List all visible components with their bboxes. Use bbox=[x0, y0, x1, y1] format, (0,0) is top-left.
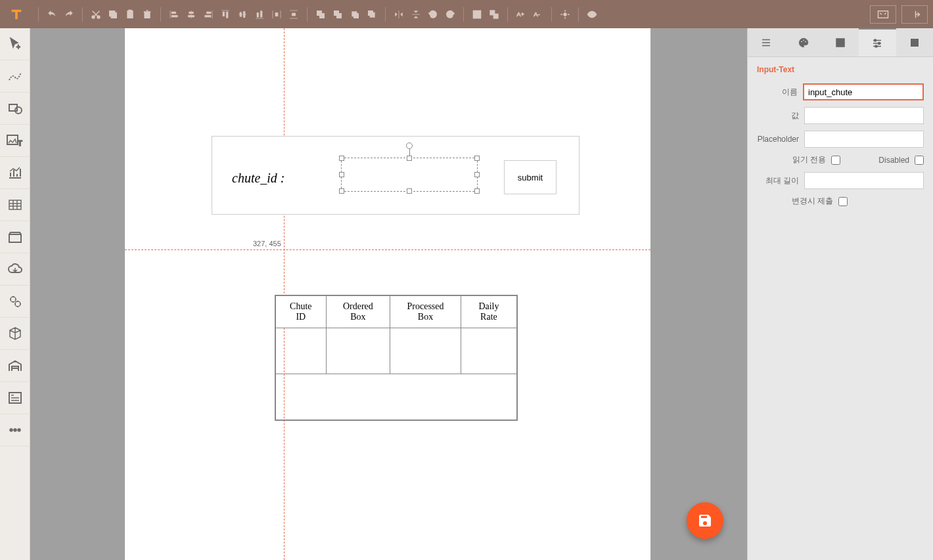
cut-icon[interactable] bbox=[88, 7, 104, 22]
send-back-icon[interactable] bbox=[330, 7, 346, 22]
table-header: Daily Rate bbox=[461, 295, 517, 328]
table-row bbox=[275, 328, 517, 374]
resize-handle-s[interactable] bbox=[407, 188, 412, 194]
cloud-tool-icon[interactable] bbox=[0, 253, 30, 286]
resize-handle-n[interactable] bbox=[407, 156, 412, 161]
align-left-icon[interactable] bbox=[166, 7, 182, 22]
panel-content: Input-Text 이름 값 Placeholder 읽기 전용 Disabl… bbox=[748, 57, 933, 221]
gears-tool-icon[interactable] bbox=[0, 286, 30, 318]
line-tool-icon[interactable] bbox=[0, 60, 30, 93]
chart-tool-icon[interactable] bbox=[0, 157, 30, 189]
svg-point-41 bbox=[878, 42, 880, 44]
prop-check-readonly[interactable] bbox=[831, 156, 840, 165]
paste-icon[interactable] bbox=[122, 7, 138, 22]
rotate-left-icon[interactable] bbox=[425, 7, 441, 22]
form-tool-icon[interactable] bbox=[0, 382, 30, 414]
prop-check-disabled[interactable] bbox=[915, 156, 924, 165]
flip-v-icon[interactable] bbox=[408, 7, 424, 22]
undo-icon[interactable] bbox=[44, 7, 60, 22]
selected-element[interactable] bbox=[341, 158, 478, 192]
bring-front-icon[interactable] bbox=[313, 7, 329, 22]
prop-input-placeholder[interactable] bbox=[804, 131, 924, 148]
resize-handle-w[interactable] bbox=[339, 172, 344, 177]
save-fab[interactable] bbox=[687, 502, 723, 539]
tab-settings-icon[interactable] bbox=[859, 28, 896, 56]
prop-check-submit-on-change[interactable] bbox=[838, 197, 848, 206]
submit-button[interactable]: submit bbox=[504, 160, 557, 194]
shape-tool-icon[interactable] bbox=[0, 93, 30, 125]
tab-target-icon[interactable] bbox=[896, 28, 933, 56]
more-tool-icon[interactable] bbox=[0, 414, 30, 446]
svg-point-44 bbox=[913, 41, 917, 44]
resize-handle-se[interactable] bbox=[474, 188, 480, 194]
top-toolbar: A+ A- bbox=[0, 0, 933, 28]
forward-icon[interactable] bbox=[347, 7, 363, 22]
fullscreen-icon[interactable] bbox=[870, 5, 896, 24]
canvas-workspace[interactable]: chute_id : submit 327, 455 Chute ID Orde… bbox=[30, 28, 747, 560]
svg-rect-15 bbox=[475, 12, 480, 16]
resize-handle-ne[interactable] bbox=[474, 156, 480, 161]
separator bbox=[507, 7, 508, 22]
backward-icon[interactable] bbox=[364, 7, 380, 22]
tab-effect-icon[interactable] bbox=[822, 28, 859, 56]
table-header: Processed Box bbox=[390, 295, 461, 328]
cube-tool-icon[interactable] bbox=[0, 318, 30, 350]
resize-handle-nw[interactable] bbox=[339, 156, 344, 161]
svg-text:A-: A- bbox=[534, 11, 539, 17]
left-sidebar: + T bbox=[0, 28, 30, 560]
rotation-handle[interactable] bbox=[406, 142, 413, 149]
svg-point-30 bbox=[11, 297, 16, 302]
svg-text:A+: A+ bbox=[516, 11, 524, 17]
align-middle-v-icon[interactable] bbox=[235, 7, 250, 22]
visibility-icon[interactable] bbox=[584, 7, 600, 22]
ungroup-icon[interactable] bbox=[486, 7, 502, 22]
align-center-h-icon[interactable] bbox=[183, 7, 199, 22]
warehouse-tool-icon[interactable] bbox=[0, 350, 30, 382]
resize-handle-e[interactable] bbox=[474, 172, 480, 177]
copy-icon[interactable] bbox=[105, 7, 121, 22]
align-bottom-icon[interactable] bbox=[252, 7, 267, 22]
svg-rect-22 bbox=[878, 11, 888, 18]
svg-point-35 bbox=[18, 429, 20, 431]
canvas-page[interactable]: chute_id : submit 327, 455 Chute ID Orde… bbox=[125, 28, 650, 560]
svg-point-36 bbox=[800, 41, 802, 42]
font-increase-icon[interactable]: A+ bbox=[513, 7, 529, 22]
container-tool-icon[interactable] bbox=[0, 221, 30, 253]
resize-handle-sw[interactable] bbox=[339, 188, 344, 194]
redo-icon[interactable] bbox=[61, 7, 77, 22]
prop-input-value[interactable] bbox=[804, 107, 924, 124]
prop-label-placeholder: Placeholder bbox=[757, 135, 804, 144]
svg-point-33 bbox=[10, 429, 12, 431]
separator bbox=[38, 7, 39, 22]
select-tool-icon[interactable]: + bbox=[0, 28, 30, 60]
prop-input-name[interactable] bbox=[803, 83, 924, 100]
font-decrease-icon[interactable]: A- bbox=[530, 7, 546, 22]
panel-tabs bbox=[748, 28, 933, 57]
svg-rect-13 bbox=[369, 11, 373, 15]
svg-point-34 bbox=[14, 429, 16, 431]
horizontal-guide bbox=[125, 249, 650, 250]
tab-style-icon[interactable] bbox=[785, 28, 821, 56]
align-right-icon[interactable] bbox=[200, 7, 216, 22]
table-tool-icon[interactable] bbox=[0, 189, 30, 221]
distribute-h-icon[interactable] bbox=[269, 7, 284, 22]
svg-text:+: + bbox=[16, 43, 20, 51]
svg-text:T: T bbox=[18, 139, 22, 147]
separator bbox=[463, 7, 464, 22]
tab-list-icon[interactable] bbox=[748, 28, 785, 56]
flip-h-icon[interactable] bbox=[391, 7, 407, 22]
image-text-tool-icon[interactable]: T bbox=[0, 125, 30, 157]
data-table[interactable]: Chute ID Ordered Box Processed Box Daily… bbox=[275, 295, 518, 421]
distribute-v-icon[interactable] bbox=[286, 7, 302, 22]
exit-icon[interactable] bbox=[901, 5, 928, 24]
delete-icon[interactable] bbox=[139, 7, 155, 22]
form-label: chute_id : bbox=[232, 171, 285, 186]
align-top-icon[interactable] bbox=[217, 7, 233, 22]
group-icon[interactable] bbox=[469, 7, 485, 22]
svg-rect-5 bbox=[129, 10, 131, 12]
prop-input-maxlength[interactable] bbox=[804, 172, 924, 189]
crosshair-icon[interactable] bbox=[557, 7, 573, 22]
rotate-right-icon[interactable] bbox=[442, 7, 458, 22]
svg-point-21 bbox=[591, 13, 593, 16]
table-header-row: Chute ID Ordered Box Processed Box Daily… bbox=[275, 295, 517, 328]
